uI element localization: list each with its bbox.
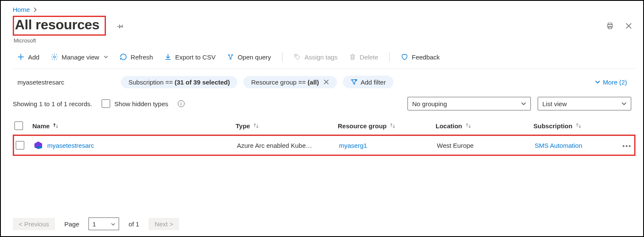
- add-filter-icon: [350, 78, 358, 86]
- col-rg-header[interactable]: Resource group: [338, 122, 436, 130]
- row-more-icon[interactable]: •••: [622, 141, 632, 150]
- sort-icon: [52, 122, 59, 129]
- records-count: Showing 1 to 1 of 1 records.: [13, 100, 92, 107]
- manage-view-label: Manage view: [62, 54, 99, 61]
- manage-view-button[interactable]: Manage view: [46, 51, 113, 62]
- row-checkbox[interactable]: [16, 141, 24, 150]
- chevron-down-icon: [111, 220, 115, 228]
- filter-subscription-label: Subscription ==: [128, 79, 174, 86]
- filter-subscription-value: (31 of 39 selected): [174, 79, 230, 86]
- filter-resource-group[interactable]: Resource group == (all): [243, 76, 336, 88]
- filter-rg-label: Resource group ==: [251, 79, 308, 86]
- open-query-button[interactable]: Open query: [222, 51, 275, 62]
- add-filter-label: Add filter: [361, 79, 386, 86]
- resource-group-link[interactable]: myaserg1: [339, 142, 367, 149]
- show-hidden-label: Show hidden types: [114, 100, 168, 107]
- kubernetes-arc-icon: [34, 141, 43, 150]
- separator: [389, 52, 390, 62]
- resource-type: Azure Arc enabled Kube…: [237, 142, 339, 149]
- page-of: of 1: [128, 220, 139, 228]
- sort-icon: [389, 122, 396, 129]
- print-icon[interactable]: [606, 22, 614, 30]
- filter-rg-value: (all): [308, 79, 319, 86]
- col-sub-header[interactable]: Subscription: [533, 122, 634, 130]
- assign-tags-button: Assign tags: [289, 51, 342, 62]
- add-button[interactable]: Add: [13, 51, 44, 62]
- col-name-header[interactable]: Name: [32, 122, 236, 130]
- more-filters-label: More (2): [603, 79, 627, 86]
- separator: [282, 52, 282, 62]
- svg-point-3: [53, 56, 55, 58]
- clear-rg-filter-icon[interactable]: [323, 79, 329, 85]
- pin-icon[interactable]: [115, 21, 125, 31]
- checkbox-icon: [102, 99, 110, 108]
- add-label: Add: [28, 54, 40, 61]
- sort-icon: [253, 122, 259, 129]
- info-icon[interactable]: i: [178, 100, 185, 107]
- svg-point-4: [228, 54, 229, 56]
- refresh-label: Refresh: [131, 54, 153, 61]
- prev-page-button: < Previous: [13, 218, 55, 230]
- table-row[interactable]: myasetestresarc Azure Arc enabled Kube… …: [13, 135, 635, 156]
- page-title: All resources: [13, 16, 106, 36]
- pagination: < Previous Page 1 of 1 Next >: [13, 217, 179, 230]
- resource-name-link[interactable]: myasetestresarc: [47, 142, 94, 149]
- heart-icon: [401, 53, 408, 61]
- command-bar: Add Manage view Refresh Export to CSV Op…: [13, 49, 635, 69]
- resource-location: West Europe: [437, 142, 535, 149]
- svg-point-9: [36, 146, 42, 149]
- feedback-label: Feedback: [412, 54, 440, 61]
- delete-label: Delete: [360, 54, 378, 61]
- breadcrumb: Home: [13, 4, 635, 16]
- export-csv-label: Export to CSV: [175, 54, 216, 61]
- grouping-select[interactable]: No grouping: [407, 97, 531, 110]
- show-hidden-checkbox[interactable]: Show hidden types: [102, 99, 168, 108]
- refresh-icon: [120, 53, 127, 61]
- col-type-header[interactable]: Type: [236, 122, 338, 130]
- select-all-checkbox[interactable]: [14, 121, 23, 130]
- chevron-down-icon: [521, 100, 526, 107]
- gear-icon: [51, 53, 58, 61]
- view-select[interactable]: List view: [538, 97, 631, 110]
- open-query-label: Open query: [238, 54, 271, 61]
- trash-icon: [349, 53, 356, 61]
- refresh-button[interactable]: Refresh: [115, 51, 157, 62]
- sort-icon: [465, 122, 472, 129]
- search-input[interactable]: myasetestresarc: [13, 75, 115, 89]
- delete-button: Delete: [345, 51, 382, 62]
- sort-icon: [575, 122, 582, 129]
- export-csv-button[interactable]: Export to CSV: [160, 51, 220, 62]
- col-loc-header[interactable]: Location: [436, 122, 533, 130]
- download-icon: [164, 53, 172, 61]
- feedback-button[interactable]: Feedback: [396, 51, 444, 62]
- next-page-button: Next >: [148, 218, 179, 230]
- chevron-down-icon: [103, 54, 108, 59]
- page-label: Page: [64, 220, 79, 228]
- svg-point-5: [231, 54, 233, 56]
- filter-row: myasetestresarc Subscription == (31 of 3…: [13, 69, 635, 93]
- chevron-down-icon: [595, 79, 600, 86]
- add-filter-button[interactable]: Add filter: [343, 76, 393, 88]
- tag-icon: [294, 53, 301, 61]
- svg-rect-2: [608, 26, 612, 28]
- filter-subscription[interactable]: Subscription == (31 of 39 selected): [121, 76, 237, 88]
- chevron-right-icon: [33, 6, 37, 13]
- query-icon: [227, 53, 234, 61]
- plus-icon: [17, 53, 25, 61]
- page-select[interactable]: 1: [88, 217, 119, 230]
- breadcrumb-home[interactable]: Home: [13, 6, 30, 13]
- chevron-down-icon: [621, 100, 627, 107]
- svg-point-6: [230, 58, 231, 59]
- subscription-link[interactable]: SMS Automation: [535, 142, 582, 149]
- subtitle: Microsoft: [14, 37, 635, 44]
- table-header: Name Type Resource group Location Subscr…: [13, 117, 635, 135]
- grouping-value: No grouping: [412, 100, 447, 107]
- close-icon[interactable]: [624, 22, 633, 30]
- svg-point-7: [296, 55, 296, 56]
- more-filters-button[interactable]: More (2): [595, 79, 635, 86]
- page-number: 1: [92, 220, 96, 228]
- assign-tags-label: Assign tags: [305, 54, 338, 61]
- view-value: List view: [542, 100, 567, 107]
